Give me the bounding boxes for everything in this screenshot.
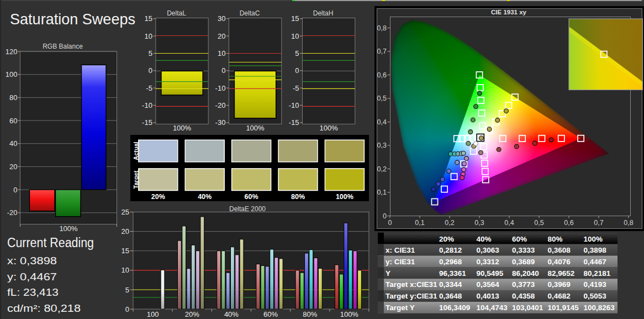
svg-text:100%: 100%: [59, 224, 78, 233]
svg-text:0,3898: 0,3898: [584, 246, 607, 254]
svg-text:0,3564: 0,3564: [476, 280, 499, 289]
svg-text:0,4193: 0,4193: [584, 280, 607, 289]
svg-text:Y: Y: [386, 269, 390, 278]
svg-text:0,2968: 0,2968: [439, 258, 462, 266]
svg-text:0,6: 0,6: [377, 71, 387, 79]
svg-text:0,4013: 0,4013: [476, 292, 499, 300]
svg-text:60%: 60%: [245, 193, 258, 201]
svg-text:40%: 40%: [224, 310, 239, 318]
svg-text:20%: 20%: [151, 193, 165, 201]
svg-text:-15: -15: [289, 118, 299, 127]
svg-text:60: 60: [9, 117, 17, 125]
svg-text:0,6: 0,6: [564, 219, 573, 227]
svg-text:0,2: 0,2: [377, 165, 387, 173]
svg-text:100%: 100%: [584, 235, 603, 243]
svg-text:x: 0,3898: x: 0,3898: [7, 255, 57, 266]
svg-text:20: 20: [9, 163, 17, 171]
svg-text:80%: 80%: [291, 193, 305, 201]
svg-text:0,2812: 0,2812: [439, 246, 462, 254]
svg-text:Target Y: Target Y: [386, 304, 415, 312]
svg-text:100,8263: 100,8263: [584, 304, 615, 312]
svg-text:y: 0,4467: y: 0,4467: [7, 271, 57, 283]
svg-text:Target y:CIE31: Target y:CIE31: [386, 292, 437, 300]
svg-text:0,4: 0,4: [377, 118, 387, 126]
svg-text:0,3608: 0,3608: [548, 246, 571, 254]
svg-text:100: 100: [147, 310, 159, 318]
svg-text:0,3: 0,3: [377, 142, 387, 149]
svg-text:-20: -20: [7, 208, 18, 217]
svg-text:10: 10: [291, 32, 299, 40]
svg-text:DeltaC: DeltaC: [240, 9, 260, 17]
svg-text:86,2040: 86,2040: [512, 269, 539, 278]
svg-text:30: 30: [218, 14, 225, 23]
svg-text:5: 5: [125, 286, 129, 294]
svg-text:0: 0: [125, 305, 129, 313]
svg-text:0,1: 0,1: [415, 219, 424, 227]
svg-text:-30: -30: [215, 118, 226, 127]
svg-text:0: 0: [383, 212, 387, 220]
svg-text:80%: 80%: [303, 310, 317, 318]
svg-text:40%: 40%: [198, 193, 212, 201]
svg-text:100%: 100%: [340, 310, 359, 318]
svg-text:Current Reading: Current Reading: [7, 236, 94, 250]
svg-text:0: 0: [221, 66, 225, 75]
svg-text:60%: 60%: [512, 235, 527, 243]
svg-text:120: 120: [6, 48, 18, 56]
svg-text:0,3063: 0,3063: [476, 246, 499, 254]
svg-text:80%: 80%: [548, 235, 563, 243]
svg-text:0,4: 0,4: [504, 219, 514, 227]
svg-text:0,1: 0,1: [377, 189, 387, 196]
svg-text:0,4076: 0,4076: [548, 258, 571, 266]
svg-text:100: 100: [6, 70, 18, 79]
svg-text:40%: 40%: [476, 235, 491, 243]
svg-text:20: 20: [122, 227, 129, 236]
svg-text:cd/m²: 80,218: cd/m²: 80,218: [7, 303, 81, 314]
svg-text:0: 0: [295, 66, 299, 75]
svg-text:0,3773: 0,3773: [512, 280, 535, 289]
svg-text:15: 15: [291, 14, 299, 23]
svg-text:0,4467: 0,4467: [584, 258, 606, 266]
svg-text:RGB Balance: RGB Balance: [43, 43, 83, 50]
svg-text:0,5: 0,5: [534, 219, 543, 227]
svg-text:80: 80: [9, 93, 17, 102]
svg-text:DeltaL: DeltaL: [167, 9, 186, 17]
svg-text:82,9652: 82,9652: [548, 269, 575, 278]
svg-text:80,2181: 80,2181: [584, 269, 611, 278]
svg-text:0,3344: 0,3344: [439, 280, 462, 289]
svg-text:10: 10: [218, 49, 225, 57]
svg-text:104,4743: 104,4743: [476, 304, 508, 312]
svg-text:0,3: 0,3: [474, 219, 484, 227]
svg-text:106,3409: 106,3409: [439, 304, 470, 312]
svg-text:20%: 20%: [439, 235, 454, 243]
svg-text:fL: 23,413: fL: 23,413: [7, 287, 59, 298]
svg-text:y: CIE31: y: CIE31: [386, 258, 415, 266]
svg-text:DeltaE 2000: DeltaE 2000: [229, 205, 266, 213]
svg-text:0,3312: 0,3312: [476, 258, 499, 266]
svg-text:100%: 100%: [173, 124, 192, 132]
svg-text:0,8: 0,8: [377, 24, 387, 32]
svg-text:20%: 20%: [185, 310, 199, 318]
svg-text:10: 10: [144, 32, 152, 40]
svg-text:0,2: 0,2: [445, 219, 454, 227]
svg-text:-10: -10: [215, 84, 226, 92]
svg-text:101,9145: 101,9145: [548, 304, 579, 312]
svg-text:-10: -10: [289, 101, 299, 109]
svg-text:0,4358: 0,4358: [512, 292, 535, 300]
svg-text:100%: 100%: [246, 124, 265, 132]
svg-text:0,5053: 0,5053: [584, 292, 607, 300]
svg-text:0,3333: 0,3333: [512, 246, 535, 254]
svg-text:Saturation Sweeps: Saturation Sweeps: [10, 11, 135, 28]
svg-text:0,7: 0,7: [377, 48, 387, 55]
svg-text:0,3969: 0,3969: [548, 280, 571, 289]
svg-text:0,5: 0,5: [377, 95, 387, 102]
svg-text:100%: 100%: [319, 124, 338, 132]
svg-text:0: 0: [149, 66, 152, 75]
svg-text:0: 0: [388, 219, 392, 227]
svg-text:90,5495: 90,5495: [476, 269, 503, 278]
svg-text:96,3361: 96,3361: [439, 269, 466, 278]
svg-text:15: 15: [122, 247, 129, 255]
svg-text:-10: -10: [142, 101, 152, 109]
svg-text:-15: -15: [142, 118, 152, 127]
svg-text:10: 10: [122, 266, 129, 274]
svg-text:0: 0: [13, 186, 17, 194]
